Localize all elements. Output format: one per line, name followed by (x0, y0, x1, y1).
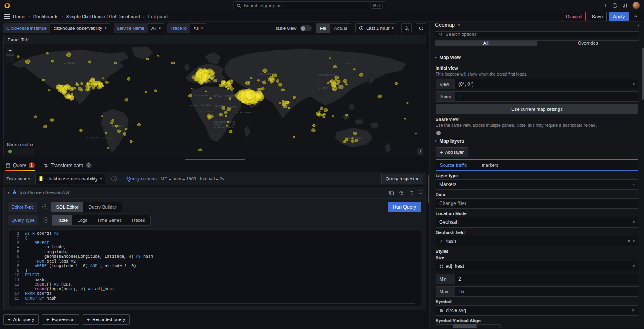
discard-button[interactable]: Discard (562, 12, 586, 21)
layer-type-select[interactable]: Markers ▾ (436, 179, 638, 190)
map-attribution-info-button[interactable]: i (417, 148, 423, 155)
drag-handle-icon[interactable]: ⠿ (419, 190, 422, 195)
tab-transform-data[interactable]: Transform data 0 (43, 161, 93, 171)
chevron-right-icon[interactable]: › (121, 176, 122, 182)
sql-editor-option[interactable]: SQL Editor (51, 202, 83, 212)
query-builder-option[interactable]: Query Builder (83, 202, 121, 212)
valign-center[interactable]: Center (453, 324, 477, 328)
delete-query-trash-icon[interactable] (409, 190, 414, 195)
query-options-toggle[interactable]: Query options (126, 176, 157, 182)
breadcrumb-dashboards[interactable]: Dashboards (33, 14, 58, 19)
view-select[interactable]: (0°, 0°) ▾ (455, 79, 638, 89)
symbol-select[interactable]: circle.svg × (436, 305, 638, 316)
query-type-traces[interactable]: Traces (126, 215, 150, 225)
query-type-logs[interactable]: Logs (72, 215, 92, 225)
refresh-button[interactable] (416, 23, 426, 33)
collapse-sidebar-icon[interactable]: › (638, 22, 639, 28)
expression-button[interactable]: +Expression (42, 314, 79, 325)
chevron-down-icon: ▾ (435, 56, 437, 60)
query-header[interactable]: ▾ A (clickhouse-observability) ⠿ (4, 187, 426, 199)
size-field-select[interactable]: adj_heat ▾ (436, 261, 638, 271)
menu-toggle-icon[interactable] (4, 14, 10, 19)
options-search-input[interactable]: Search options (435, 31, 639, 37)
sidebar-scrollbar[interactable] (642, 48, 644, 100)
clickhouse-instance-label: ClickHouse instance (3, 23, 50, 33)
tab-all[interactable]: All (435, 40, 537, 46)
add-query-button[interactable]: +Add query (3, 314, 39, 325)
tab-query[interactable]: Query 1 (5, 161, 35, 171)
editor-type-label: Editor Type (8, 202, 37, 212)
clickhouse-instance-select[interactable]: clickhouse-observability▾ (50, 23, 110, 33)
geohash-field-select[interactable]: hash ×▾ (436, 236, 638, 246)
query-options-summary: MD = auto = 1909 (161, 176, 196, 181)
trace-id-select[interactable]: All▾ (190, 23, 206, 33)
tab-overrides[interactable]: Overrides (537, 40, 640, 46)
chevron-down-icon: ▾ (633, 220, 635, 224)
query-type-help-icon[interactable]: ? (43, 217, 48, 223)
size-label: Size (436, 255, 638, 260)
global-search-input[interactable]: Search or jump to... ⌘+k (233, 1, 386, 10)
layer-item-source-traffic[interactable]: Source traffic markers (436, 159, 638, 171)
collapse-query-icon[interactable]: ▾ (8, 190, 10, 195)
zoom-out-time-button[interactable] (401, 23, 412, 33)
left-pane-scrollbar[interactable] (428, 175, 429, 203)
hide-query-eye-icon[interactable] (399, 190, 405, 195)
breadcrumb-home[interactable]: Home (13, 14, 25, 19)
location-mode-select[interactable]: Geohash ▾ (436, 217, 638, 228)
initial-view-label: Initial view (436, 66, 638, 70)
service-name-select[interactable]: All▾ (148, 23, 164, 33)
chevron-down-icon: ▾ (633, 82, 635, 86)
actual-option[interactable]: Actual (330, 24, 351, 33)
add-layer-button[interactable]: + Add layer (436, 147, 468, 157)
valign-bottom[interactable]: Bottom (476, 324, 501, 328)
grafana-logo[interactable] (4, 2, 10, 9)
table-view-toggle[interactable] (300, 25, 312, 31)
clear-icon[interactable]: × (627, 238, 630, 244)
query-type-table[interactable]: Table (52, 215, 73, 225)
section-map-view-header[interactable]: ▾ Map view (430, 52, 644, 63)
chevron-down-icon: ▾ (100, 177, 102, 181)
editor-type-help-icon[interactable]: ? (42, 204, 47, 209)
world-map[interactable]: RUSSIACANADAKAZAKHSTANMONGOLIACHINAINDIA… (4, 44, 426, 157)
save-button[interactable]: Save (588, 12, 607, 21)
section-map-layers-header[interactable]: ▾ Map layers (430, 135, 644, 147)
query-type-time-series[interactable]: Time Series (92, 215, 126, 225)
collapse-options-icon[interactable] (631, 12, 640, 21)
symbol-valign-label: Symbol Vertical Align (436, 318, 638, 323)
valign-top[interactable]: Top (436, 324, 453, 328)
breadcrumb-dashboard-name[interactable]: Simple ClickHouse OTel Dashboard (66, 14, 140, 19)
data-filter-control[interactable]: Change filter (436, 198, 638, 209)
time-range-picker[interactable]: Last 1 hour ▾ (355, 23, 397, 33)
clear-icon[interactable]: × (632, 308, 635, 313)
datasource-select[interactable]: clickhouse-observability ▾ (35, 174, 105, 184)
panel-title: Panel Title (4, 35, 426, 44)
sql-code-editor[interactable]: 1WITH coords AS2(3 SELECT4 Latitude,5 Lo… (8, 229, 421, 306)
visualization-picker[interactable]: Geomap ▾ › (430, 22, 644, 28)
code-horizontal-scrollbar[interactable] (25, 303, 415, 304)
datasource-help-icon[interactable]: ? (111, 176, 117, 181)
user-avatar[interactable] (632, 2, 640, 9)
view-label: View (436, 79, 455, 89)
panel-options-sidebar: Geomap ▾ › Search options All Overrides … (430, 22, 644, 328)
use-current-map-settings-button[interactable]: Use current map settings (436, 104, 638, 114)
search-icon (438, 32, 443, 37)
fill-option[interactable]: Fill (316, 24, 330, 33)
query-inspector-button[interactable]: Query Inspector (381, 174, 423, 184)
help-icon[interactable]: ? (612, 3, 617, 8)
map-zoom-out-button[interactable]: − (6, 55, 14, 63)
duplicate-query-icon[interactable] (389, 190, 394, 195)
data-label: Data (436, 192, 638, 197)
refresh-icon (419, 26, 424, 31)
add-icon[interactable]: + (604, 2, 607, 9)
pane-resize-handle[interactable] (3, 157, 426, 160)
usage-stats-icon[interactable] (622, 3, 627, 8)
min-input[interactable]: 2 (455, 274, 638, 284)
map-zoom-in-button[interactable]: + (6, 47, 14, 55)
run-query-button[interactable]: Run Query (388, 202, 421, 212)
apply-button[interactable]: Apply (609, 12, 629, 21)
database-icon (6, 163, 10, 168)
zoom-input[interactable]: 1 (455, 91, 638, 102)
chevron-down-icon: ▾ (435, 139, 437, 143)
recorded-query-button[interactable]: +Recorded query (83, 314, 130, 325)
max-input[interactable]: 15 (455, 286, 638, 297)
